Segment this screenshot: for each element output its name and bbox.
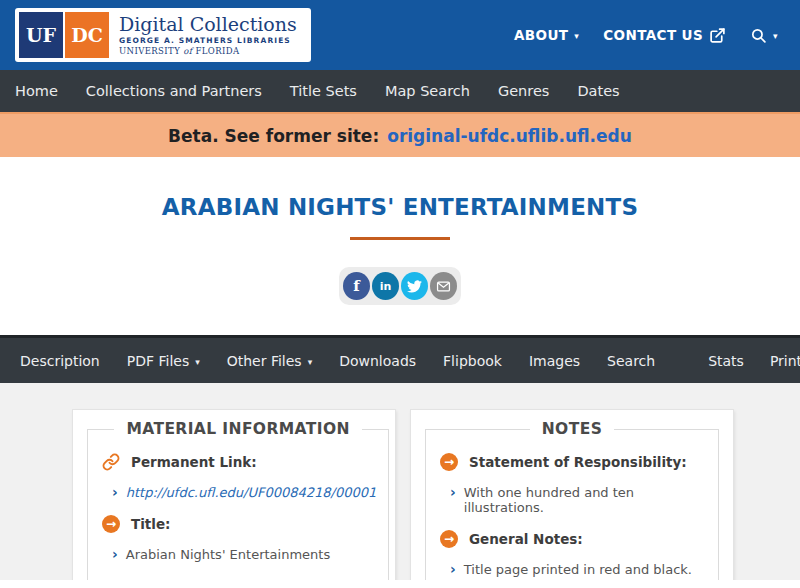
search-icon bbox=[750, 27, 767, 44]
item-toolbar: Description PDF Files▾ Other Files▾ Down… bbox=[0, 335, 800, 383]
toolbar-stats-label: Stats bbox=[708, 353, 744, 369]
chevron-down-icon: ▾ bbox=[574, 31, 579, 41]
about-label: ABOUT bbox=[514, 27, 568, 43]
toolbar-description[interactable]: Description bbox=[20, 353, 100, 369]
header-search-menu[interactable]: ▾ bbox=[750, 27, 778, 44]
toolbar-other-files-label: Other Files bbox=[227, 353, 302, 369]
title-value: Arabian Nights' Entertainments bbox=[126, 547, 330, 562]
toolbar-downloads-label: Downloads bbox=[339, 353, 416, 369]
toolbar-print-menu[interactable]: Print▾ bbox=[770, 352, 800, 369]
logo-text: Digital Collections GEORGE A. SMATHERS L… bbox=[119, 14, 307, 57]
nav-item-map-search[interactable]: Map Search bbox=[371, 83, 484, 99]
header-utility-nav: ABOUT ▾ CONTACT US ▾ bbox=[514, 27, 778, 44]
contact-us-label: CONTACT US bbox=[603, 27, 703, 43]
item-metadata-section: MATERIAL INFORMATION Permanent Link: › h… bbox=[0, 383, 800, 580]
main-nav: Home Collections and Partners Title Sets… bbox=[0, 70, 800, 112]
contact-us-link[interactable]: CONTACT US bbox=[603, 27, 726, 44]
nav-item-collections-and-partners[interactable]: Collections and Partners bbox=[72, 83, 276, 99]
material-information-heading: MATERIAL INFORMATION bbox=[114, 420, 362, 438]
notes-panel: NOTES → Statement of Responsibility: › W… bbox=[410, 409, 734, 580]
nav-item-dates[interactable]: Dates bbox=[563, 83, 633, 99]
toolbar-downloads[interactable]: Downloads bbox=[339, 353, 416, 369]
material-information-fieldset: MATERIAL INFORMATION Permanent Link: › h… bbox=[87, 420, 389, 580]
external-link-icon bbox=[709, 27, 726, 44]
arrow-circle-icon: → bbox=[102, 515, 120, 533]
notes-heading: NOTES bbox=[530, 420, 614, 438]
nav-item-genres[interactable]: Genres bbox=[484, 83, 563, 99]
permanent-link-value-row: › http://ufdc.ufl.edu/UF00084218/00001 bbox=[112, 484, 376, 500]
twitter-icon bbox=[407, 279, 422, 294]
link-icon bbox=[102, 453, 120, 471]
chevron-right-icon: › bbox=[450, 561, 456, 577]
former-site-link[interactable]: original-ufdc.uflib.ufl.edu bbox=[387, 126, 632, 146]
general-notes-label: General Notes: bbox=[469, 531, 583, 547]
material-information-panel: MATERIAL INFORMATION Permanent Link: › h… bbox=[72, 409, 396, 580]
title-label: Title: bbox=[131, 516, 170, 532]
logo-florida-word: FLORIDA bbox=[195, 46, 239, 56]
arrow-circle-icon: → bbox=[440, 453, 458, 471]
toolbar-pdf-files-label: PDF Files bbox=[127, 353, 189, 369]
title-value-row: › Arabian Nights' Entertainments bbox=[112, 546, 376, 562]
toolbar-other-files-menu[interactable]: Other Files▾ bbox=[227, 353, 312, 369]
item-hero: ARABIAN NIGHTS' ENTERTAINMENTS f in bbox=[0, 194, 800, 305]
title-label-row: → Title: bbox=[102, 515, 376, 533]
permanent-link-label: Permanent Link: bbox=[131, 454, 257, 470]
twitter-share-button[interactable] bbox=[401, 272, 428, 300]
arrow-glyph: → bbox=[106, 518, 116, 530]
beta-banner: Beta. See former site: original-ufdc.ufl… bbox=[0, 112, 800, 157]
chevron-down-icon: ▾ bbox=[773, 31, 778, 41]
toolbar-print-label: Print bbox=[770, 353, 800, 369]
site-header: UF DC Digital Collections GEORGE A. SMAT… bbox=[0, 0, 800, 70]
facebook-icon: f bbox=[353, 277, 359, 295]
logo-title: Digital Collections bbox=[119, 14, 297, 35]
general-note-1-value: Title page printed in red and black. bbox=[464, 562, 692, 577]
page-title: ARABIAN NIGHTS' ENTERTAINMENTS bbox=[10, 194, 790, 220]
chevron-right-icon: › bbox=[450, 484, 456, 500]
toolbar-stats[interactable]: Stats bbox=[708, 352, 744, 369]
toolbar-right-group: Stats Print▾ Send bbox=[682, 352, 800, 369]
general-note-1-row: › Title page printed in red and black. bbox=[450, 561, 706, 577]
social-share-bar: f in bbox=[339, 267, 461, 305]
statement-of-responsibility-value: With one hundred and ten illustrations. bbox=[464, 485, 706, 515]
facebook-share-button[interactable]: f bbox=[343, 272, 370, 300]
permanent-link-url[interactable]: http://ufdc.ufl.edu/UF00084218/00001 bbox=[126, 485, 377, 500]
chevron-down-icon: ▾ bbox=[195, 357, 200, 367]
nav-item-home[interactable]: Home bbox=[1, 83, 72, 99]
chevron-down-icon: ▾ bbox=[308, 357, 313, 367]
email-share-button[interactable] bbox=[430, 272, 457, 300]
logo-university-line: UNIVERSITY of FLORIDA bbox=[119, 46, 297, 56]
chevron-right-icon: › bbox=[112, 546, 118, 562]
toolbar-images-label: Images bbox=[529, 353, 580, 369]
toolbar-pdf-files-menu[interactable]: PDF Files▾ bbox=[127, 353, 200, 369]
dc-logo-block: DC bbox=[65, 12, 109, 58]
envelope-icon bbox=[436, 279, 451, 294]
arrow-circle-icon: → bbox=[440, 530, 458, 548]
statement-of-responsibility-label: Statement of Responsibility: bbox=[469, 454, 687, 470]
about-menu[interactable]: ABOUT ▾ bbox=[514, 27, 579, 43]
linkedin-share-button[interactable]: in bbox=[372, 272, 399, 300]
title-divider bbox=[350, 237, 450, 240]
permanent-link-label-row: Permanent Link: bbox=[102, 453, 376, 471]
general-notes-label-row: → General Notes: bbox=[440, 530, 706, 548]
ufdc-logo[interactable]: UF DC Digital Collections GEORGE A. SMAT… bbox=[15, 8, 311, 62]
statement-of-responsibility-label-row: → Statement of Responsibility: bbox=[440, 453, 706, 471]
toolbar-flipbook[interactable]: Flipbook bbox=[443, 353, 502, 369]
chevron-right-icon: › bbox=[112, 484, 118, 500]
toolbar-flipbook-label: Flipbook bbox=[443, 353, 502, 369]
toolbar-images[interactable]: Images bbox=[529, 353, 580, 369]
logo-of-word: of bbox=[183, 46, 192, 56]
arrow-glyph: → bbox=[444, 456, 454, 468]
linkedin-icon: in bbox=[380, 280, 392, 293]
toolbar-description-label: Description bbox=[20, 353, 100, 369]
toolbar-search-label: Search bbox=[607, 353, 655, 369]
notes-fieldset: NOTES → Statement of Responsibility: › W… bbox=[425, 420, 719, 580]
arrow-glyph: → bbox=[444, 533, 454, 545]
logo-university-word: UNIVERSITY bbox=[119, 46, 180, 56]
toolbar-search[interactable]: Search bbox=[607, 353, 655, 369]
nav-item-title-sets[interactable]: Title Sets bbox=[276, 83, 371, 99]
uf-logo-block: UF bbox=[19, 12, 63, 58]
beta-banner-text: Beta. See former site: bbox=[168, 126, 379, 146]
logo-subtitle: GEORGE A. SMATHERS LIBRARIES bbox=[119, 36, 297, 45]
statement-of-responsibility-value-row: › With one hundred and ten illustrations… bbox=[450, 484, 706, 515]
